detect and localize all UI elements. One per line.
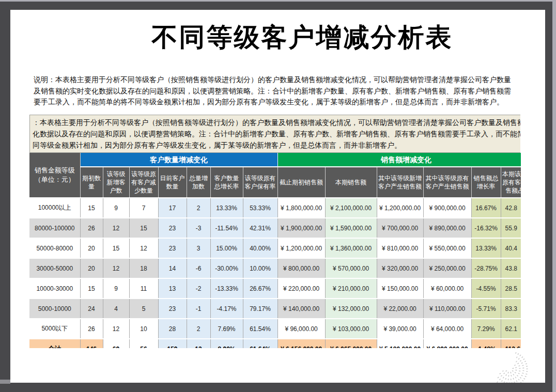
row-label-cell: 80000-100000 <box>29 218 80 238</box>
sales-level-unit: （单位：元） <box>30 175 79 184</box>
data-cell: 43.8 <box>501 258 521 278</box>
data-cell: 4 <box>103 299 129 319</box>
col-header-new-customer-sales: 其中该等级新增客户产生销售额 <box>377 167 423 198</box>
col-header-sales-growth-rate: 销售额总增长率 <box>471 167 501 198</box>
data-cell: 10.00% <box>243 258 277 278</box>
table-body: 100000以上159717213.33%53.33%¥ 1,800,000.0… <box>29 198 521 348</box>
data-cell: ¥ 320,000.00 <box>377 258 423 278</box>
description-line: 说明：本表格主要用于分析不同等级客户（按照销售额等级进行划分）的客户数量及销售额… <box>34 74 530 86</box>
description-line: 要手工录入，而不能简单的将不同等级金额累计相加，因为部分原有客户等级发生变化，属… <box>34 97 530 108</box>
data-cell: 20 <box>80 238 103 258</box>
data-cell: ¥ 1,800,000.00 <box>277 198 325 218</box>
window-frame-notch <box>0 380 10 384</box>
data-cell: ¥ 800,000.00 <box>277 258 325 278</box>
data-cell: 113.6 <box>501 339 521 348</box>
data-cell: ¥ 700,000.00 <box>377 218 423 238</box>
data-cell: 15 <box>80 198 103 218</box>
data-cell: ¥ 890,000.00 <box>423 218 471 238</box>
data-cell: 13.33% <box>471 238 501 258</box>
data-cell: -11.54% <box>210 218 243 238</box>
data-cell: 12 <box>129 238 158 258</box>
row-label-cell: 5000以下 <box>29 319 80 339</box>
data-cell: -30.00% <box>210 258 243 278</box>
data-cell: -4.17% <box>210 299 243 319</box>
data-cell: -13.33% <box>210 278 243 299</box>
data-cell: ¥ 1,360,000.00 <box>325 238 377 258</box>
note-box: ：本表格主要用于分析不同等级客户（按照销售额等级进行划分）的客户数量及销售额增减… <box>29 115 520 153</box>
data-cell: 56 <box>129 339 158 348</box>
data-cell: 69 <box>103 339 129 348</box>
data-cell: 42.8 <box>501 198 521 218</box>
data-cell: -16.32% <box>471 218 501 238</box>
data-cell: 14 <box>158 258 187 278</box>
band-sales-amount-change: 销售额增减变化 <box>277 153 521 167</box>
col-header-new-customers: 该等级新增客户数 <box>103 167 129 198</box>
page-title: 不同等级客户增减分析表 <box>10 23 545 51</box>
note-line: 化数据以及存在的问题和原因，以便调整营销策略。注：合计中的新增客户数量、原有客户… <box>33 128 520 139</box>
data-cell: 40.00% <box>243 238 277 258</box>
row-label-cell: 100000以上 <box>29 198 80 218</box>
col-header-initial-count: 期初数量 <box>80 167 103 198</box>
row-label-cell: 50000-80000 <box>29 238 80 258</box>
band-header-row: 销售金额等级 （单位：元） 客户数量增减变化 销售额增减变化 <box>29 153 521 167</box>
data-cell: ¥ 570,000.00 <box>325 258 377 278</box>
data-cell: ¥ 810,000.00 <box>377 238 423 258</box>
data-cell: ¥ 2,100,000.00 <box>325 198 377 218</box>
description-text: 说明：本表格主要用于分析不同等级客户（按照销售额等级进行划分）的客户数量及销售额… <box>34 74 530 108</box>
data-cell: ¥ 110,000.00 <box>423 299 471 319</box>
table-row: 30000-5000020121814-6-30.00%10.00%¥ 800,… <box>29 258 521 278</box>
window-frame-top <box>0 0 556 2</box>
col-header-initial-sales: 截止期初销售额 <box>277 167 325 198</box>
data-cell: ¥ 900,000.00 <box>423 198 471 218</box>
col-header-lost-customers: 该等级原有客户减少数量 <box>129 167 158 198</box>
col-header-existing-sales-ratio: 本期该等级原有客户销售额占比 <box>501 167 521 198</box>
data-cell: 40.4 <box>501 238 521 258</box>
data-cell: ¥ 1,200,000.00 <box>377 198 423 218</box>
data-cell: 7 <box>129 198 158 218</box>
data-cell: ¥ 96,000.00 <box>277 319 325 339</box>
data-cell: ¥ 60,000.00 <box>423 278 471 299</box>
data-cell: 61.64% <box>243 339 277 348</box>
data-cell: 159 <box>158 339 187 348</box>
data-cell: -6 <box>187 258 210 278</box>
data-cell: ¥ 550,000.00 <box>423 238 471 258</box>
data-cell: ¥ 1,590,000.00 <box>325 218 377 238</box>
data-cell: 23 <box>158 238 187 258</box>
data-cell: 23 <box>158 299 187 319</box>
data-cell: 83.3 <box>501 299 521 319</box>
row-label-cell: 合计 <box>29 339 80 348</box>
data-cell: 79.17% <box>243 299 277 319</box>
data-cell: 15 <box>80 278 103 299</box>
description-line: 及销售额的实时变化数据以及存在的问题和原因，以便调整营销策略。注：合计中的新增客… <box>34 86 530 97</box>
total-row: 合计1466956159138.90%61.64%¥ 6,156,000.00¥… <box>29 339 521 348</box>
data-cell: ¥ 210,000.00 <box>325 278 377 299</box>
data-cell: ¥ 1,900,000.00 <box>277 218 325 238</box>
data-cell: ¥ 150,000.00 <box>377 278 423 299</box>
col-header-existing-customer-sales: 其中该等级原有客户产生销售额 <box>423 167 471 198</box>
data-cell: ¥ 6,890,000.00 <box>423 339 471 348</box>
data-cell: 7.69% <box>210 319 243 339</box>
data-cell: -4.55% <box>471 278 501 299</box>
data-cell: 10 <box>129 319 158 339</box>
col-header-count-growth-rate: 客户数量总增长率 <box>210 167 243 198</box>
analysis-table-wrap: 销售金额等级 （单位：元） 客户数量增减变化 销售额增减变化 期初数量 该等级新… <box>29 153 521 348</box>
data-cell: ¥ 132,000.00 <box>325 299 377 319</box>
data-cell: 11 <box>129 278 158 299</box>
data-cell: 7.29% <box>471 319 501 339</box>
data-cell: 12 <box>103 258 129 278</box>
data-cell: 9 <box>103 198 129 218</box>
data-cell: 18 <box>129 258 158 278</box>
data-cell: 62.1 <box>501 319 521 339</box>
table-row: 5000-10000244523-1-4.17%79.17%¥ 140,000.… <box>29 299 521 319</box>
data-cell: 13.33% <box>210 198 243 218</box>
data-cell: 146 <box>80 339 103 348</box>
data-cell: 8.90% <box>210 339 243 348</box>
data-cell: 53.33% <box>243 198 277 218</box>
row-label-cell: 5000-10000 <box>29 299 80 319</box>
table-row: 100000以上159717213.33%53.33%¥ 1,800,000.0… <box>29 198 521 218</box>
data-cell: 28.5 <box>501 278 521 299</box>
data-cell: 9 <box>103 278 129 299</box>
data-cell: 17 <box>158 198 187 218</box>
analysis-table: 销售金额等级 （单位：元） 客户数量增减变化 销售额增减变化 期初数量 该等级新… <box>29 153 521 348</box>
data-cell: 3 <box>187 238 210 258</box>
